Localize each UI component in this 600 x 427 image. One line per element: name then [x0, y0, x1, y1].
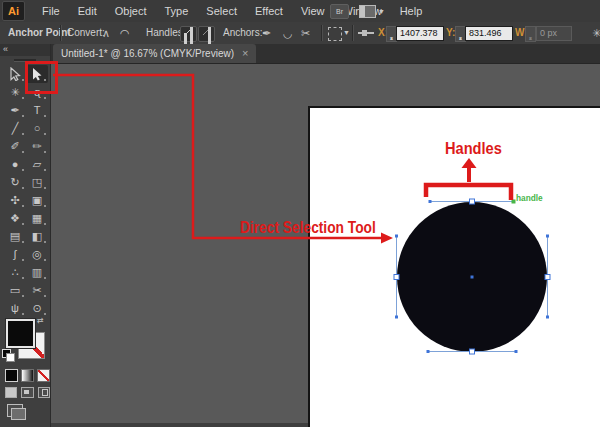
- width-profile-icon[interactable]: [358, 32, 374, 34]
- paintbrush-tool[interactable]: ✐: [4, 137, 26, 155]
- menu-bar-right: Br ▼: [330, 0, 385, 22]
- direct-selection-annotation-label: Direct Selection Tool: [240, 219, 376, 237]
- swap-fill-stroke-icon[interactable]: ⇄: [37, 316, 44, 325]
- gradient-button[interactable]: [21, 369, 34, 382]
- menu-item-effect[interactable]: Effect: [246, 0, 292, 22]
- type-tool[interactable]: T: [26, 101, 48, 119]
- handles-annotation-label: Handles: [445, 139, 502, 159]
- menu-item-object[interactable]: Object: [106, 0, 156, 22]
- close-icon[interactable]: ×: [242, 48, 248, 59]
- separator: [60, 25, 62, 41]
- separator: [352, 25, 354, 41]
- eraser-tool[interactable]: ▱: [26, 155, 48, 173]
- free-transform-tool[interactable]: ▣: [26, 191, 48, 209]
- selection-tool[interactable]: [4, 65, 26, 83]
- menu-item-help[interactable]: Help: [391, 0, 432, 22]
- tool-dock: « ✳ɋ✒T╱○✐✏●▱↻◳✣▣❖▦▤◧ʃ◎∴▥▭✂ψ⊙ ⇄: [0, 44, 51, 427]
- swatch-block: ⇄: [0, 319, 50, 365]
- slice-tool[interactable]: ✂: [26, 281, 48, 299]
- column-graph-tool[interactable]: ▥: [26, 263, 48, 281]
- menu-item-type[interactable]: Type: [156, 0, 198, 22]
- chevron-down-icon: ▼: [378, 8, 385, 15]
- tool-highlight-box: [25, 61, 58, 94]
- convert-to-smooth-icon[interactable]: ◠: [120, 22, 130, 44]
- line-segment-tool[interactable]: ╱: [4, 119, 26, 137]
- eyedropper-tool[interactable]: ʃ: [4, 245, 26, 263]
- illustrator-window: Ai FileEditObjectTypeSelectEffectViewWin…: [0, 0, 600, 427]
- menu-bar: Ai FileEditObjectTypeSelectEffectViewWin…: [0, 0, 600, 23]
- magic-wand-tool[interactable]: ✳: [4, 83, 26, 101]
- color-button[interactable]: [5, 369, 18, 382]
- scale-tool[interactable]: ◳: [26, 173, 48, 191]
- anchors-label: Anchors:: [223, 22, 262, 44]
- pen-tool[interactable]: ✒: [4, 101, 26, 119]
- convert-label: Convert:: [67, 22, 105, 44]
- canvas-area[interactable]: [50, 63, 600, 427]
- drawing-modes-row: [0, 387, 50, 398]
- pencil-tool[interactable]: ✏: [26, 137, 48, 155]
- mesh-tool[interactable]: ▤: [4, 227, 26, 245]
- workspace-switcher[interactable]: ▼: [359, 5, 385, 18]
- draw-normal-icon[interactable]: [5, 387, 17, 398]
- fill-swatch[interactable]: [6, 319, 35, 348]
- show-handles-button[interactable]: [180, 26, 197, 42]
- y-label: Y:: [446, 22, 455, 44]
- default-fill-stroke-icon[interactable]: [2, 349, 11, 358]
- none-button[interactable]: [37, 369, 50, 382]
- draw-behind-icon[interactable]: [21, 387, 33, 398]
- workspace-icon: [359, 5, 376, 18]
- shape-builder-tool[interactable]: ❖: [4, 209, 26, 227]
- remove-anchor-icon[interactable]: ✒: [262, 22, 271, 44]
- hide-handles-button[interactable]: [198, 26, 215, 42]
- document-tab-title: Untitled-1* @ 16.67% (CMYK/Preview): [61, 48, 234, 59]
- artboard-tool[interactable]: ▭: [4, 281, 26, 299]
- w-input: 0 px: [536, 26, 572, 41]
- w-stepper: ▲▼: [525, 26, 536, 42]
- reference-point-icon[interactable]: ✳: [592, 22, 600, 44]
- y-input[interactable]: 831.496 px: [465, 26, 513, 41]
- menu-item-edit[interactable]: Edit: [69, 0, 106, 22]
- isolate-selection-icon[interactable]: [328, 27, 342, 41]
- handle-annotation-label: handle: [516, 193, 543, 203]
- control-bar: Anchor Point Convert: ∧ ◠ Handles: Ancho…: [0, 22, 600, 45]
- ellipse-tool[interactable]: ○: [26, 119, 48, 137]
- illustrator-logo: Ai: [2, 1, 25, 21]
- blend-tool[interactable]: ◎: [26, 245, 48, 263]
- color-mode-row: [0, 369, 50, 382]
- tab-bar: Untitled-1* @ 16.67% (CMYK/Preview) ×: [50, 44, 600, 64]
- document-tab[interactable]: Untitled-1* @ 16.67% (CMYK/Preview) ×: [53, 44, 256, 63]
- menu-item-select[interactable]: Select: [197, 0, 246, 22]
- bridge-button[interactable]: Br: [330, 4, 349, 19]
- connect-path-icon[interactable]: ◡: [283, 22, 293, 44]
- hand-tool[interactable]: ψ: [4, 299, 26, 317]
- dock-collapse-button[interactable]: «: [0, 44, 50, 56]
- convert-to-corner-icon[interactable]: ∧: [102, 22, 110, 44]
- width-tool[interactable]: ✣: [4, 191, 26, 209]
- menu-item-file[interactable]: File: [33, 0, 69, 22]
- chevron-down-icon[interactable]: ▼: [343, 22, 350, 44]
- blob-brush-tool[interactable]: ●: [4, 155, 26, 173]
- cut-path-icon[interactable]: ✂: [301, 22, 310, 44]
- menu-item-view[interactable]: View: [292, 0, 334, 22]
- perspective-grid-tool[interactable]: ▦: [26, 209, 48, 227]
- x-input[interactable]: 1407.378 px: [396, 26, 444, 41]
- zoom-tool[interactable]: ⊙: [26, 299, 48, 317]
- draw-inside-icon[interactable]: [38, 387, 50, 398]
- screen-mode-button[interactable]: [7, 404, 23, 417]
- scrollbar-track[interactable]: [50, 423, 308, 427]
- rotate-tool[interactable]: ↻: [4, 173, 26, 191]
- separator: [321, 25, 323, 41]
- toolbar-tools: ✳ɋ✒T╱○✐✏●▱↻◳✣▣❖▦▤◧ʃ◎∴▥▭✂ψ⊙: [0, 65, 50, 317]
- gradient-tool[interactable]: ◧: [26, 227, 48, 245]
- symbol-sprayer-tool[interactable]: ∴: [4, 263, 26, 281]
